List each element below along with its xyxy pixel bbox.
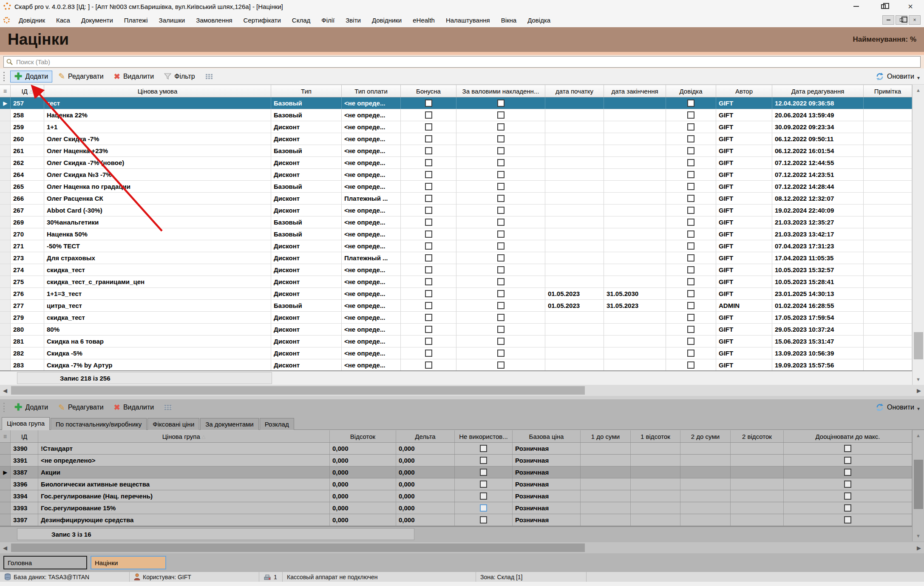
- table-row[interactable]: 271-50% ТЕСТДисконт<не опреде...GIFT07.0…: [0, 240, 912, 252]
- window-tab-Націнки[interactable]: Націнки: [91, 556, 166, 569]
- column-header-11[interactable]: Дата редагування: [772, 85, 864, 97]
- checkbox[interactable]: [425, 314, 432, 321]
- checkbox[interactable]: [425, 302, 432, 309]
- menu-item-Налаштування[interactable]: Налаштування: [440, 17, 496, 24]
- checkbox[interactable]: [480, 516, 487, 523]
- table-row[interactable]: ▶257тестБазовый<не опреде...GIFT12.04.20…: [0, 97, 912, 109]
- table-row[interactable]: 277цитра_тестБазовый<не опреде...01.05.2…: [0, 300, 912, 312]
- checkbox[interactable]: [425, 290, 432, 297]
- edit-button[interactable]: ✎ Редагувати: [54, 69, 108, 83]
- checkbox[interactable]: [497, 338, 505, 345]
- menu-item-Сертифікати[interactable]: Сертифікати: [238, 17, 286, 24]
- checkbox[interactable]: [497, 123, 505, 131]
- checkbox[interactable]: [687, 242, 694, 250]
- table-row[interactable]: ▶3387Акции0,0000,000Розничная: [0, 467, 912, 478]
- close-button[interactable]: ×: [897, 0, 924, 13]
- column-header-10[interactable]: Автор: [716, 85, 772, 97]
- checkbox[interactable]: [425, 147, 432, 154]
- price-groups-vertical-scrollbar[interactable]: ▲ ▼: [912, 430, 924, 541]
- toolbar-drag-handle[interactable]: [3, 403, 6, 412]
- checkbox[interactable]: [497, 100, 505, 107]
- checkbox[interactable]: [497, 350, 505, 357]
- checkbox[interactable]: [687, 230, 694, 238]
- scroll-right-icon[interactable]: ▶: [914, 385, 924, 396]
- checkbox[interactable]: [844, 457, 851, 464]
- scroll-down-icon[interactable]: ▼: [913, 374, 924, 385]
- table-row[interactable]: 3396Биологически активные вещества0,0000…: [0, 478, 912, 490]
- menu-item-Каса[interactable]: Каса: [51, 17, 76, 24]
- checkbox[interactable]: [497, 159, 505, 166]
- table-row[interactable]: 274скидка_тестДисконт<не опреде...GIFT10…: [0, 264, 912, 276]
- checkbox[interactable]: [844, 469, 851, 476]
- checkbox[interactable]: [497, 290, 505, 297]
- checkbox[interactable]: [497, 314, 505, 321]
- table-row[interactable]: 261Олег Наценка +23%Базовый<не опреде...…: [0, 145, 912, 157]
- table-row[interactable]: 270Наценка 50%Базовый<не опреде...GIFT21…: [0, 228, 912, 240]
- column-header-10[interactable]: 2 відсоток: [731, 430, 784, 442]
- checkbox[interactable]: [687, 326, 694, 333]
- table-row[interactable]: 26930%анальгетикиБазовый<не опреде...GIF…: [0, 216, 912, 228]
- scroll-right-icon[interactable]: ▶: [914, 542, 924, 553]
- checkbox[interactable]: [425, 254, 432, 262]
- checkbox[interactable]: [844, 481, 851, 488]
- checkbox[interactable]: [687, 123, 694, 131]
- vertical-scroll-thumb[interactable]: [914, 332, 923, 359]
- tab-Розклад[interactable]: Розклад: [260, 418, 294, 430]
- columns-button-bottom[interactable]: [160, 402, 176, 413]
- column-header-7[interactable]: 1 до суми: [581, 430, 631, 442]
- checkbox[interactable]: [687, 171, 694, 178]
- checkbox[interactable]: [687, 302, 694, 309]
- checkbox[interactable]: [844, 516, 851, 523]
- column-header-6[interactable]: Базова ціна: [513, 430, 581, 442]
- checkbox[interactable]: [497, 242, 505, 250]
- column-header-9[interactable]: Довідка: [666, 85, 716, 97]
- table-row[interactable]: 266Олег Расценка СКДисконтПлатежный ...G…: [0, 193, 912, 205]
- menu-item-eHealth[interactable]: eHealth: [407, 17, 440, 24]
- pane-divider[interactable]: [0, 396, 924, 399]
- table-row[interactable]: 279скидка_тестДисконт<не опреде...GIFT17…: [0, 312, 912, 324]
- checkbox[interactable]: [480, 492, 487, 500]
- checkbox[interactable]: [480, 481, 487, 488]
- column-header-9[interactable]: 2 до суми: [680, 430, 731, 442]
- scroll-up-icon[interactable]: ▲: [913, 85, 924, 96]
- checkbox[interactable]: [687, 147, 694, 154]
- checkbox[interactable]: [425, 171, 432, 178]
- scroll-down-icon[interactable]: ▼: [913, 530, 924, 541]
- checkbox[interactable]: [497, 266, 505, 273]
- tab-Фіксовані ціни[interactable]: Фіксовані ціни: [147, 418, 199, 430]
- column-header-3[interactable]: Тип: [271, 85, 342, 97]
- horizontal-scroll-thumb[interactable]: [11, 386, 585, 395]
- checkbox[interactable]: [844, 492, 851, 500]
- filter-button[interactable]: Фільтр: [160, 71, 199, 82]
- table-row[interactable]: 258Наценка 22%Базовый<не опреде...GIFT20…: [0, 109, 912, 121]
- toolbar-drag-handle[interactable]: [3, 72, 6, 81]
- checkbox[interactable]: [844, 504, 851, 512]
- checkbox[interactable]: [497, 230, 505, 238]
- checkbox[interactable]: [497, 278, 505, 285]
- column-header-11[interactable]: Дооцінювати до макс.: [784, 430, 912, 442]
- column-header-12[interactable]: Примітка: [864, 85, 912, 97]
- table-row[interactable]: 281Скидка на 6 товарДисконт<не опреде...…: [0, 336, 912, 347]
- table-row[interactable]: 2761+1=3_тестДисконт<не опреде...01.05.2…: [0, 288, 912, 300]
- table-row[interactable]: 2591+1Дисконт<не опреде...GIFT30.09.2022…: [0, 121, 912, 133]
- conditions-vertical-scrollbar[interactable]: ▲ ▼: [912, 85, 924, 385]
- checkbox[interactable]: [480, 457, 487, 464]
- tab-За документами[interactable]: За документами: [200, 418, 258, 430]
- minimize-button[interactable]: [842, 0, 870, 13]
- checkbox[interactable]: [425, 183, 432, 190]
- table-row[interactable]: 282Скидка -5%Дисконт<не опреде...GIFT13.…: [0, 347, 912, 359]
- mdi-restore-button[interactable]: [896, 15, 907, 25]
- checkbox[interactable]: [497, 207, 505, 214]
- column-header-2[interactable]: Цінова умова: [44, 85, 271, 97]
- menu-item-Платежі[interactable]: Платежі: [119, 17, 153, 24]
- checkbox[interactable]: [687, 314, 694, 321]
- column-header-5[interactable]: Бонусна: [401, 85, 456, 97]
- menu-item-Звіти[interactable]: Звіти: [340, 17, 366, 24]
- menu-item-Філії[interactable]: Філії: [316, 17, 340, 24]
- checkbox[interactable]: [497, 183, 505, 190]
- checkbox[interactable]: [425, 361, 432, 369]
- checkbox[interactable]: [425, 111, 432, 119]
- menu-item-Замовлення[interactable]: Замовлення: [190, 17, 238, 24]
- checkbox[interactable]: [497, 254, 505, 262]
- column-header-8[interactable]: дата закінчення: [604, 85, 666, 97]
